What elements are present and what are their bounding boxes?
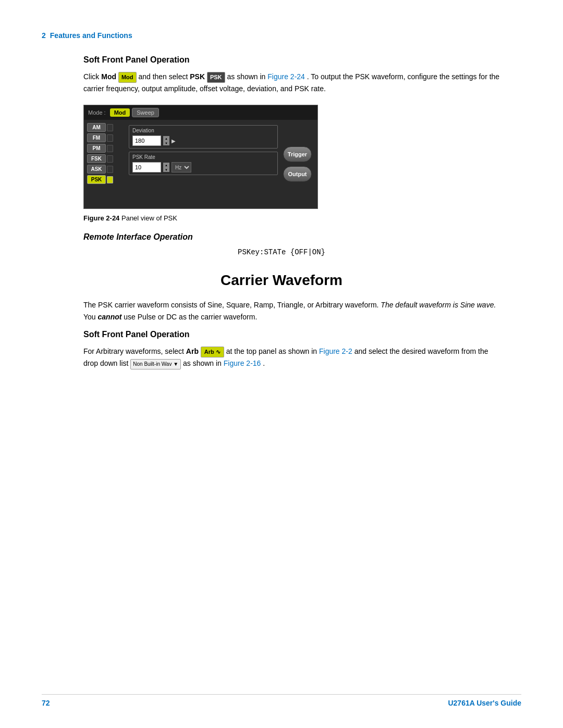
mod-row-am: AM	[87, 123, 124, 132]
settings-area: Deviation ▲ ▼ ▶ PSK Rate	[127, 123, 280, 205]
mod-row-fsk: FSK	[87, 154, 124, 163]
carrier-text2: You	[83, 313, 98, 321]
trigger-button[interactable]: Trigger	[283, 146, 312, 162]
non-builtin-dropdown[interactable]: Non Built-in Wav ▼	[130, 359, 181, 369]
output-button[interactable]: Output	[283, 166, 312, 182]
s4-text1: For Arbitrary waveforms, select	[83, 347, 186, 355]
deviation-label: Deviation	[132, 128, 274, 133]
psk-rate-group: PSK Rate ▲ ▼ Hz kHz MHz	[129, 152, 278, 175]
mod-button[interactable]: Mod	[110, 108, 130, 117]
chapter-title-header: Features and Functions	[50, 31, 132, 40]
arb-inline-btn: Arb ∿	[201, 347, 224, 358]
figure-2-16-link[interactable]: Figure 2-16	[224, 359, 261, 367]
mod-row-ask: ASK	[87, 165, 124, 174]
chapter-number: 2	[42, 31, 46, 40]
hz-dropdown[interactable]: Hz kHz MHz	[172, 162, 191, 172]
am-button[interactable]: AM	[87, 123, 106, 132]
main-section-title: Carrier Waveform	[42, 272, 521, 289]
psk-indicator	[107, 176, 113, 183]
psk-rate-down[interactable]: ▼	[163, 167, 169, 172]
ask-indicator	[107, 166, 113, 173]
page-container: 2 Features and Functions Soft Front Pane…	[0, 0, 563, 728]
mod-row-fm: FM	[87, 133, 124, 142]
psk-rate-label: PSK Rate	[132, 154, 274, 160]
panel-screenshot: Mode : Mod Sweep AM FM PM	[83, 105, 318, 209]
psk-inline-btn: PSK	[207, 72, 225, 83]
para1-bold2: PSK	[190, 72, 205, 81]
section1-para1: Click Mod Mod and then select PSK PSK as…	[83, 71, 500, 94]
deviation-group: Deviation ▲ ▼ ▶	[129, 125, 278, 149]
fm-button[interactable]: FM	[87, 133, 106, 142]
psk-rate-input[interactable]	[132, 162, 161, 172]
carrier-italic2: cannot	[98, 313, 122, 321]
am-indicator	[107, 124, 113, 131]
psk-rate-spinner: ▲ ▼	[163, 163, 169, 172]
fm-indicator	[107, 134, 113, 142]
carrier-italic1: The default waveform is Sine wave.	[381, 301, 496, 309]
figure-caption: Figure 2-24 Panel view of PSK	[83, 214, 521, 222]
s4-text2: at the top panel as shown in	[226, 347, 319, 355]
deviation-up[interactable]: ▲	[163, 136, 169, 141]
fsk-button[interactable]: FSK	[87, 154, 106, 163]
section4-heading: Soft Front Panel Operation	[83, 330, 521, 339]
section1-heading: Soft Front Panel Operation	[83, 55, 521, 65]
mode-label: Mode :	[88, 109, 106, 116]
mod-row-psk: PSK	[87, 175, 124, 184]
figure-2-24-link[interactable]: Figure 2-24	[267, 72, 305, 81]
para1-bold1: Mod	[101, 72, 116, 81]
carrier-para1: The PSK carrier waveform consists of Sin…	[83, 299, 500, 323]
pm-button[interactable]: PM	[87, 144, 106, 153]
deviation-arrow: ▶	[172, 138, 176, 144]
para1-text3: as shown in	[227, 72, 267, 81]
mode-bar: Mode : Mod Sweep	[84, 105, 317, 120]
page-footer: 72 U2761A User's Guide	[42, 694, 521, 707]
deviation-spinner: ▲ ▼	[163, 136, 169, 145]
figure-text: Panel view of PSK	[121, 214, 177, 222]
s4-text5: .	[263, 359, 265, 367]
deviation-down[interactable]: ▼	[163, 141, 169, 145]
fsk-indicator	[107, 155, 113, 163]
sweep-button[interactable]: Sweep	[132, 108, 159, 117]
para1-text2: and then select	[138, 72, 190, 81]
mod-inline-btn: Mod	[118, 72, 137, 83]
code-block: PSKey:STATe {OFF|ON}	[83, 248, 480, 256]
psk-button[interactable]: PSK	[87, 175, 106, 184]
ask-button[interactable]: ASK	[87, 165, 106, 174]
panel-body: AM FM PM FSK ASK	[84, 120, 317, 208]
deviation-input[interactable]	[132, 135, 161, 146]
psk-rate-up[interactable]: ▲	[163, 163, 169, 167]
deviation-input-row: ▲ ▼ ▶	[132, 135, 274, 146]
figure-2-2-link[interactable]: Figure 2-2	[319, 347, 352, 355]
mod-buttons-panel: AM FM PM FSK ASK	[87, 123, 124, 205]
para1-text1: Click	[83, 72, 101, 81]
pm-indicator	[107, 145, 113, 152]
para1-modbtn: Mod	[118, 72, 139, 81]
para1-pskbtn: PSK	[207, 72, 227, 81]
footer-guide-title: U2761A User's Guide	[448, 699, 521, 707]
remote-heading: Remote Interface Operation	[83, 232, 521, 242]
section4-para1: For Arbitrary waveforms, select Arb Arb …	[83, 346, 500, 369]
s4-bold1: Arb	[186, 347, 199, 355]
carrier-text3: use Pulse or DC as the carrier waveform.	[121, 313, 257, 321]
chapter-header: 2 Features and Functions	[42, 31, 521, 40]
carrier-text1: The PSK carrier waveform consists of Sin…	[83, 301, 381, 309]
figure-label: Figure 2-24	[83, 214, 119, 222]
right-buttons: Trigger Output	[283, 123, 314, 205]
mod-row-pm: PM	[87, 144, 124, 153]
s4-arbbtn: Arb ∿	[201, 347, 226, 355]
psk-rate-input-row: ▲ ▼ Hz kHz MHz	[132, 162, 274, 172]
footer-page-number: 72	[42, 699, 50, 707]
s4-text4: as shown in	[183, 359, 224, 367]
